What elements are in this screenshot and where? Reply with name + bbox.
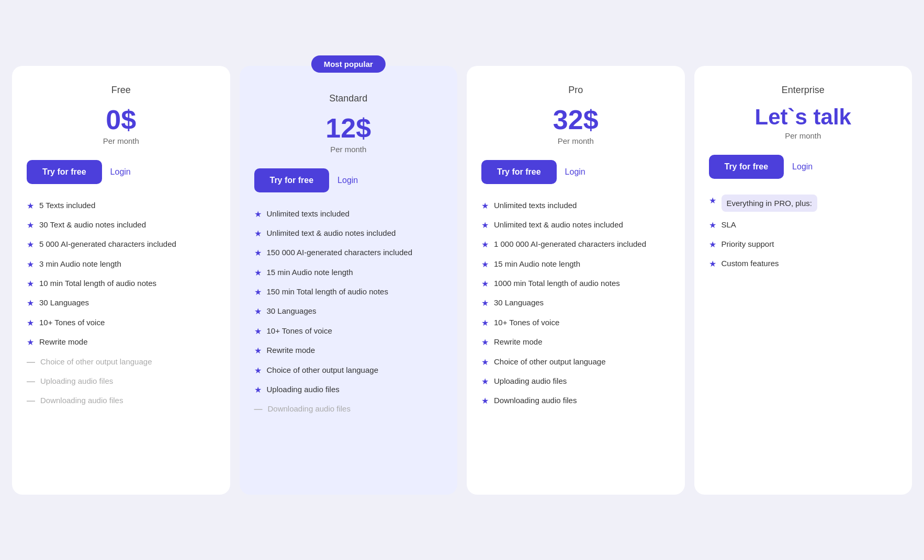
try-free-button-pro[interactable]: Try for free bbox=[481, 160, 557, 184]
feature-text-disabled: Downloading audio files bbox=[40, 395, 123, 406]
login-button-standard[interactable]: Login bbox=[337, 176, 358, 185]
star-icon: ★ bbox=[481, 298, 489, 309]
feature-item-free-1: ★ 30 Text & audio notes included bbox=[27, 219, 216, 231]
feature-text: Unlimited text & audio notes included bbox=[267, 227, 396, 238]
feature-text: 30 Languages bbox=[494, 297, 544, 308]
star-icon: ★ bbox=[254, 384, 262, 396]
feature-item-standard-3: ★ 15 min Audio note length bbox=[254, 267, 443, 279]
login-button-pro[interactable]: Login bbox=[565, 167, 585, 177]
feature-text: Uploading audio files bbox=[267, 384, 340, 395]
feature-item-disabled-standard-10: — Downloading audio files bbox=[254, 403, 443, 415]
feature-text: Downloading audio files bbox=[494, 395, 577, 406]
feature-text: 30 Text & audio notes included bbox=[39, 219, 146, 230]
plan-card-enterprise: EnterpriseLet`s talkPer month Try for fr… bbox=[694, 66, 912, 495]
feature-item-enterprise-2: ★ Priority support bbox=[709, 238, 898, 250]
try-free-button-enterprise[interactable]: Try for free bbox=[709, 155, 784, 179]
dash-icon: — bbox=[27, 376, 35, 387]
feature-text: 30 Languages bbox=[267, 305, 317, 316]
plan-name-pro: Pro bbox=[481, 85, 670, 96]
feature-item-free-3: ★ 3 min Audio note length bbox=[27, 258, 216, 270]
feature-text-disabled: Uploading audio files bbox=[40, 375, 113, 386]
plan-name-free: Free bbox=[27, 85, 216, 96]
feature-item-free-4: ★ 10 min Total length of audio notes bbox=[27, 278, 216, 290]
feature-text: 10+ Tones of voice bbox=[39, 317, 105, 328]
plan-actions-standard: Try for free Login bbox=[254, 168, 443, 192]
feature-text: Priority support bbox=[722, 238, 774, 249]
try-free-button-free[interactable]: Try for free bbox=[27, 160, 102, 184]
star-icon: ★ bbox=[254, 345, 262, 357]
star-icon: ★ bbox=[27, 220, 34, 231]
feature-text: Custom features bbox=[722, 258, 779, 269]
feature-text: 10 min Total length of audio notes bbox=[39, 278, 156, 289]
feature-text: 5 Texts included bbox=[39, 200, 95, 211]
feature-text: Choice of other output language bbox=[267, 364, 379, 375]
feature-text-disabled: Downloading audio files bbox=[268, 403, 351, 414]
feature-item-pro-10: ★ Downloading audio files bbox=[481, 395, 670, 407]
plan-period-pro: Per month bbox=[481, 136, 670, 145]
plan-price-free: 0$ bbox=[27, 106, 216, 133]
feature-item-pro-6: ★ 10+ Tones of voice bbox=[481, 317, 670, 329]
feature-text: 3 min Audio note length bbox=[39, 258, 121, 269]
star-icon: ★ bbox=[481, 395, 489, 407]
star-icon: ★ bbox=[27, 239, 34, 250]
plan-price-enterprise: Let`s talk bbox=[709, 106, 898, 128]
login-button-free[interactable]: Login bbox=[110, 167, 131, 177]
most-popular-badge: Most popular bbox=[311, 55, 386, 73]
feature-item-pro-4: ★ 1000 min Total length of audio notes bbox=[481, 278, 670, 290]
plan-name-standard: Standard bbox=[254, 93, 443, 104]
feature-item-free-5: ★ 30 Languages bbox=[27, 297, 216, 309]
feature-text: Unlimited texts included bbox=[267, 208, 350, 219]
feature-text: 1000 min Total length of audio notes bbox=[494, 278, 620, 289]
plan-card-standard: Most popularStandard12$Per month Try for… bbox=[240, 66, 458, 495]
feature-item-disabled-free-9: — Uploading audio files bbox=[27, 375, 216, 387]
feature-item-standard-6: ★ 10+ Tones of voice bbox=[254, 325, 443, 337]
feature-item-disabled-free-10: — Downloading audio files bbox=[27, 395, 216, 407]
star-icon: ★ bbox=[481, 239, 489, 250]
feature-text: Unlimited text & audio notes included bbox=[494, 219, 623, 230]
star-icon: ★ bbox=[709, 239, 716, 250]
plan-period-enterprise: Per month bbox=[709, 131, 898, 140]
star-icon: ★ bbox=[254, 306, 262, 317]
feature-item-standard-0: ★ Unlimited texts included bbox=[254, 208, 443, 220]
star-icon: ★ bbox=[254, 326, 262, 337]
feature-item-pro-9: ★ Uploading audio files bbox=[481, 375, 670, 387]
login-button-enterprise[interactable]: Login bbox=[792, 162, 813, 172]
feature-text: Unlimited texts included bbox=[494, 200, 577, 211]
star-icon: ★ bbox=[254, 209, 262, 220]
feature-list-free: ★ 5 Texts included ★ 30 Text & audio not… bbox=[27, 200, 216, 407]
feature-item-standard-5: ★ 30 Languages bbox=[254, 305, 443, 317]
star-icon: ★ bbox=[481, 259, 489, 270]
feature-item-pro-0: ★ Unlimited texts included bbox=[481, 200, 670, 212]
feature-item-pro-5: ★ 30 Languages bbox=[481, 297, 670, 309]
plan-period-standard: Per month bbox=[254, 145, 443, 154]
star-icon: ★ bbox=[481, 200, 489, 212]
feature-item-standard-2: ★ 150 000 AI-generated characters includ… bbox=[254, 247, 443, 259]
star-icon: ★ bbox=[709, 220, 716, 231]
plan-name-enterprise: Enterprise bbox=[709, 85, 898, 96]
try-free-button-standard[interactable]: Try for free bbox=[254, 168, 330, 192]
feature-list-standard: ★ Unlimited texts included ★ Unlimited t… bbox=[254, 208, 443, 416]
plan-price-pro: 32$ bbox=[481, 106, 670, 133]
dash-icon: — bbox=[27, 395, 35, 407]
star-icon: ★ bbox=[254, 287, 262, 298]
plan-period-free: Per month bbox=[27, 136, 216, 145]
star-icon: ★ bbox=[27, 317, 34, 329]
star-icon: ★ bbox=[254, 247, 262, 259]
feature-item-standard-8: ★ Choice of other output language bbox=[254, 364, 443, 376]
feature-item-pro-8: ★ Choice of other output language bbox=[481, 356, 670, 368]
star-icon: ★ bbox=[481, 278, 489, 290]
star-icon: ★ bbox=[254, 365, 262, 376]
pricing-container: Free0$Per month Try for free Login ★ 5 T… bbox=[12, 66, 912, 495]
star-icon: ★ bbox=[27, 200, 34, 212]
feature-text: 15 min Audio note length bbox=[494, 258, 580, 269]
plan-actions-free: Try for free Login bbox=[27, 160, 216, 184]
feature-list-pro: ★ Unlimited texts included ★ Unlimited t… bbox=[481, 200, 670, 407]
star-icon: ★ bbox=[709, 195, 716, 207]
feature-text: Rewrite mode bbox=[267, 345, 315, 356]
star-icon: ★ bbox=[254, 267, 262, 279]
star-icon: ★ bbox=[481, 357, 489, 368]
feature-text: 1 000 000 AI-generated characters includ… bbox=[494, 238, 646, 249]
star-icon: ★ bbox=[254, 228, 262, 239]
feature-text: 30 Languages bbox=[39, 297, 89, 308]
feature-text: 150 min Total length of audio notes bbox=[267, 286, 388, 297]
